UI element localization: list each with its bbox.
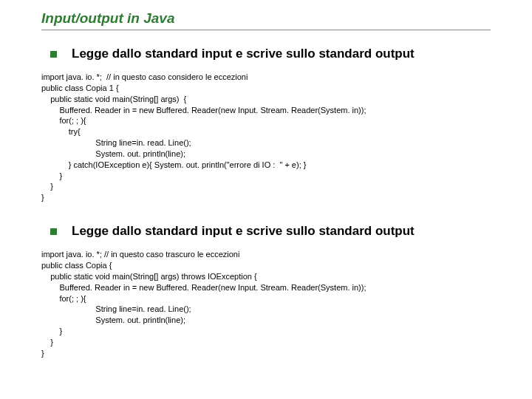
slide-container: Input/output in Java Legge dallo standar… [0, 0, 532, 395]
square-bullet-icon [50, 51, 57, 58]
bullet-row-1: Legge dallo standard input e scrive sull… [41, 47, 491, 61]
bullet-heading-2: Legge dallo standard input e scrive sull… [72, 224, 415, 239]
slide-title: Input/output in Java [41, 10, 491, 27]
square-bullet-icon [50, 228, 57, 235]
bullet-heading-1: Legge dallo standard input e scrive sull… [72, 47, 415, 61]
code-block-2: import java. io. *; // in questo caso tr… [41, 249, 491, 358]
code-block-1: import java. io. *; // in questo caso co… [41, 72, 491, 203]
title-divider [41, 30, 491, 30]
bullet-row-2: Legge dallo standard input e scrive sull… [41, 224, 491, 239]
